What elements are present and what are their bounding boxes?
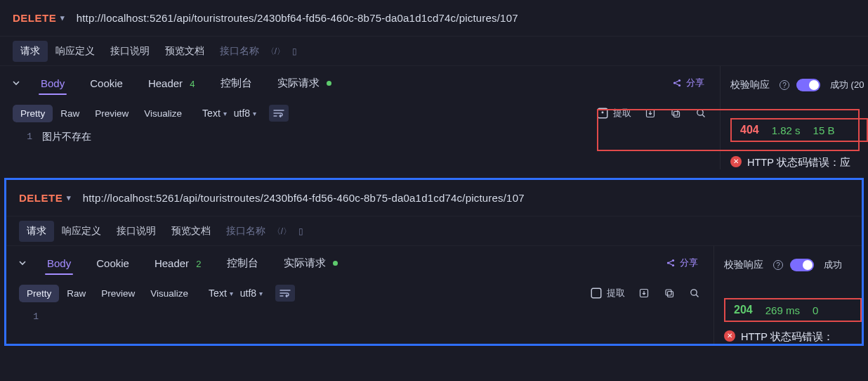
chevron-down-icon: ▾: [60, 13, 65, 22]
tab-response-def[interactable]: 响应定义: [54, 221, 109, 242]
share-icon: [666, 258, 676, 268]
api-name-input[interactable]: 接口名称 〈/〉 ▯: [218, 221, 311, 242]
svg-point-10: [672, 264, 674, 266]
response-sidebar: 校验响应 ? 成功 204 269 ms 0 ✕ HTTP 状态码错误：: [714, 246, 862, 344]
wrap-toggle[interactable]: [275, 285, 295, 302]
response-left: Body Cookie Header 2 控制台 实际请求 分享: [6, 246, 714, 344]
share-button[interactable]: 分享: [655, 257, 709, 269]
format-group: Text ▾ utf8 ▾: [209, 285, 295, 302]
svg-rect-6: [674, 112, 680, 117]
error-text: HTTP 状态码错误：: [741, 330, 834, 344]
pretty-button[interactable]: Pretty: [13, 105, 53, 122]
svg-rect-14: [668, 292, 673, 297]
chevron-down-icon: ▾: [230, 290, 233, 297]
tab-preview-doc[interactable]: 预览文档: [164, 221, 218, 242]
download-button[interactable]: [638, 287, 650, 299]
request-row: DELETE ▾ http://localhost:5261/api/touri…: [6, 180, 862, 217]
svg-rect-3: [598, 108, 607, 118]
copy-button[interactable]: [663, 287, 676, 299]
pretty-button[interactable]: Pretty: [19, 285, 59, 302]
svg-point-0: [673, 82, 676, 84]
tab-header[interactable]: Header 2: [142, 249, 214, 278]
http-method-selector[interactable]: DELETE ▾: [19, 192, 72, 204]
visualize-button[interactable]: Visualize: [143, 285, 196, 302]
svg-point-7: [697, 110, 703, 115]
tab-header[interactable]: Header 4: [136, 69, 208, 98]
wrap-toggle[interactable]: [269, 105, 289, 122]
share-button[interactable]: 分享: [661, 77, 716, 89]
doc-icon: ▯: [298, 226, 303, 236]
download-button[interactable]: [644, 107, 657, 120]
response-split: Body Cookie Header 4 控制台 实际请求 分享 P: [0, 66, 868, 169]
svg-point-9: [672, 259, 674, 261]
tab-console[interactable]: 控制台: [208, 68, 265, 98]
tab-cookie[interactable]: Cookie: [84, 249, 142, 278]
svg-point-8: [667, 261, 669, 264]
request-status-dot: [333, 261, 338, 266]
response-body-tabs: Body Cookie Header 2 控制台 实际请求 分享: [6, 246, 714, 280]
raw-button[interactable]: Raw: [59, 285, 93, 302]
line-number: 1: [0, 129, 42, 145]
tab-console[interactable]: 控制台: [214, 248, 271, 278]
copy-button[interactable]: [669, 107, 682, 120]
tab-preview-doc[interactable]: 预览文档: [157, 41, 212, 62]
validate-result: 成功 (20: [830, 79, 864, 91]
preview-button[interactable]: Preview: [93, 285, 143, 302]
preview-button[interactable]: Preview: [87, 105, 136, 122]
search-button[interactable]: [688, 287, 701, 299]
extract-button[interactable]: 提取: [596, 107, 631, 120]
tab-body[interactable]: Body: [28, 69, 77, 98]
tab-body[interactable]: Body: [34, 249, 84, 278]
tab-real-request[interactable]: 实际请求: [265, 68, 344, 98]
svg-point-2: [678, 84, 680, 86]
encoding-selector[interactable]: utf8 ▾: [240, 288, 263, 299]
response-toolbar: Pretty Raw Preview Visualize Text ▾ utf8…: [0, 100, 720, 127]
tab-api-desc[interactable]: 接口说明: [109, 221, 164, 242]
response-body: 1: [6, 306, 714, 329]
svg-point-1: [678, 79, 680, 82]
response-sidebar: 校验响应 ? 成功 (20 404 1.82 s 15 B ✕ HTTP 状态码…: [721, 66, 868, 169]
tab-cookie[interactable]: Cookie: [77, 69, 136, 98]
validate-response-row: 校验响应 ? 成功 (20: [730, 75, 868, 96]
extract-button[interactable]: 提取: [590, 287, 625, 299]
tab-api-desc[interactable]: 接口说明: [103, 41, 157, 62]
doc-icon: ▯: [292, 46, 297, 56]
tab-response-def[interactable]: 响应定义: [48, 41, 103, 62]
api-name-input[interactable]: 接口名称 〈/〉 ▯: [212, 41, 305, 62]
request-url[interactable]: http://localhost:5261/api/touristroutes/…: [83, 192, 525, 204]
request-url[interactable]: http://localhost:5261/api/touristroutes/…: [77, 12, 518, 24]
response-stats: 404 1.82 s 15 B: [730, 118, 868, 142]
tab-real-request[interactable]: 实际请求: [271, 248, 350, 278]
line-number: 1: [6, 309, 48, 325]
visualize-button[interactable]: Visualize: [136, 105, 190, 122]
http-method-selector[interactable]: DELETE ▾: [13, 12, 65, 24]
encoding-selector[interactable]: utf8 ▾: [234, 108, 256, 119]
validate-result: 成功: [824, 259, 842, 271]
chevron-down-icon: ▾: [259, 290, 263, 297]
svg-rect-13: [666, 290, 671, 295]
validate-label: 校验响应: [730, 79, 770, 91]
response-body-text[interactable]: 图片不存在: [42, 129, 91, 145]
collapse-toggle[interactable]: [11, 258, 34, 268]
chevron-down-icon: ▾: [67, 193, 72, 202]
validate-toggle[interactable]: [790, 259, 814, 271]
tab-request[interactable]: 请求: [19, 221, 54, 242]
info-icon[interactable]: ?: [773, 260, 783, 270]
tab-request[interactable]: 请求: [13, 41, 48, 62]
search-button[interactable]: [695, 107, 707, 120]
secondary-tabs: 请求 响应定义 接口说明 预览文档 接口名称 〈/〉 ▯: [6, 217, 862, 246]
validate-toggle[interactable]: [796, 79, 820, 91]
chevron-down-icon: ▾: [253, 110, 256, 117]
response-split: Body Cookie Header 2 控制台 实际请求 分享: [6, 246, 862, 344]
view-mode-segment: Pretty Raw Preview Visualize: [19, 285, 196, 302]
content-type-selector[interactable]: Text ▾: [202, 108, 227, 119]
collapse-toggle[interactable]: [4, 78, 28, 88]
info-icon[interactable]: ?: [780, 80, 789, 90]
format-group: Text ▾ utf8 ▾: [202, 105, 289, 122]
view-mode-segment: Pretty Raw Preview Visualize: [13, 105, 190, 122]
content-type-selector[interactable]: Text ▾: [209, 288, 233, 299]
code-icon: 〈/〉: [272, 226, 291, 236]
error-text: HTTP 状态码错误：应: [747, 156, 850, 169]
share-icon: [672, 78, 682, 88]
raw-button[interactable]: Raw: [53, 105, 87, 122]
